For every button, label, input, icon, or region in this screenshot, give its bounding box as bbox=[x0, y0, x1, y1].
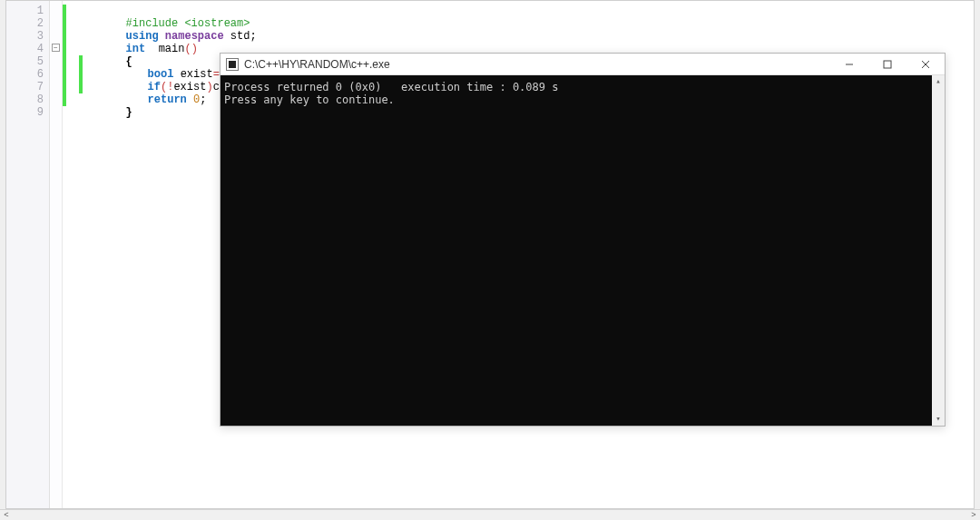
console-title-bar[interactable]: C:\C++\HY\RANDOM\c++.exe bbox=[220, 54, 945, 75]
close-icon bbox=[921, 60, 930, 69]
code-line: } bbox=[74, 93, 132, 106]
token-parens: () bbox=[184, 43, 197, 55]
line-number: 4 bbox=[6, 43, 49, 55]
console-vertical-scrollbar[interactable]: ▴ ▾ bbox=[932, 75, 945, 426]
scroll-down-arrow-icon[interactable]: ▾ bbox=[932, 413, 945, 426]
line-number: 8 bbox=[6, 93, 49, 106]
code-line: return 0; bbox=[95, 81, 206, 93]
line-number: 9 bbox=[6, 106, 49, 119]
close-button[interactable] bbox=[906, 54, 945, 74]
console-line: Press any key to continue. bbox=[224, 93, 395, 106]
token-identifier: std bbox=[230, 30, 250, 43]
line-number: 6 bbox=[6, 68, 49, 81]
line-number: 1 bbox=[6, 5, 49, 17]
window-controls bbox=[830, 54, 945, 74]
scroll-up-arrow-icon[interactable]: ▴ bbox=[932, 75, 945, 88]
line-number: 5 bbox=[6, 55, 49, 68]
horizontal-scrollbar[interactable]: < > bbox=[0, 509, 980, 520]
token-brace: } bbox=[126, 106, 132, 119]
minimize-icon bbox=[845, 60, 854, 69]
token-function: main bbox=[159, 43, 185, 55]
line-number: 3 bbox=[6, 30, 49, 43]
console-window: C:\C++\HY\RANDOM\c++.exe Process returne… bbox=[220, 53, 946, 427]
console-line: Process returned 0 (0x0) execution time … bbox=[224, 81, 558, 93]
code-line: { bbox=[74, 43, 132, 55]
console-output[interactable]: Process returned 0 (0x0) execution time … bbox=[220, 75, 932, 426]
token-keyword: return bbox=[148, 93, 187, 106]
maximize-button[interactable] bbox=[868, 54, 906, 74]
code-line: #include <iostream> bbox=[74, 5, 250, 17]
console-title: C:\C++\HY\RANDOM\c++.exe bbox=[244, 58, 830, 71]
fold-toggle-icon[interactable]: − bbox=[52, 44, 60, 52]
code-line: int main() bbox=[74, 30, 198, 43]
fold-column: − bbox=[50, 1, 63, 508]
line-number: 2 bbox=[6, 17, 49, 30]
minimize-button[interactable] bbox=[830, 54, 868, 74]
token-paren: ) bbox=[206, 81, 212, 93]
code-line: using namespace std; bbox=[74, 17, 257, 30]
line-number-gutter: 1 2 3 4 5 6 7 8 9 bbox=[6, 1, 50, 508]
maximize-icon bbox=[883, 60, 892, 69]
svg-rect-1 bbox=[884, 61, 891, 68]
line-number: 7 bbox=[6, 81, 49, 93]
scroll-left-arrow-icon[interactable]: < bbox=[0, 510, 13, 521]
token-punct: ; bbox=[250, 30, 256, 43]
scroll-right-arrow-icon[interactable]: > bbox=[967, 510, 980, 521]
token-punct: ; bbox=[200, 93, 206, 106]
code-line: bool exist=1; bbox=[95, 55, 232, 68]
change-marker bbox=[63, 5, 66, 106]
console-app-icon bbox=[226, 58, 239, 71]
